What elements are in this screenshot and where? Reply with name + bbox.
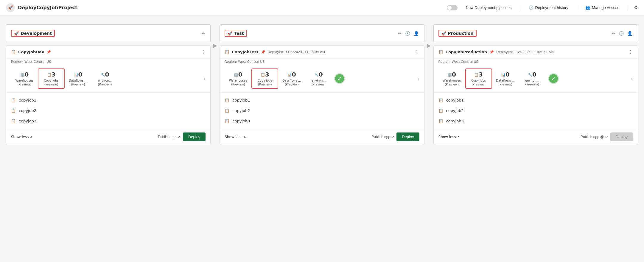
publish-app-button-production[interactable]: Publish app @ ↗ <box>581 135 608 139</box>
metric-label-1-test: Copy jobs (Preview) <box>258 79 272 86</box>
deploy-button-development[interactable]: Deploy <box>183 132 206 141</box>
copy-job-icon-development: 📋 <box>11 50 16 54</box>
list-item-icon-0-development: 📋 <box>11 98 16 102</box>
stage-production: 🚀Production✏🕐👤📋CopyJobProduction📌Deploye… <box>433 24 638 145</box>
env-icon-metric-development: 🔧 <box>101 73 105 77</box>
list-item-2-test[interactable]: 📋copyjob3 <box>220 116 424 126</box>
header-left: 🚀 DeployCopyJobProject <box>6 3 77 12</box>
publish-app-button-test[interactable]: Publish app ↗ <box>371 135 394 139</box>
list-item-1-production[interactable]: 📋copyjob2 <box>434 105 638 116</box>
list-item-2-production[interactable]: 📋copyjob3 <box>434 116 638 126</box>
edit-icon-development[interactable]: ✏ <box>201 30 206 36</box>
metric-3-development[interactable]: 🔧0environ... (Preview) <box>91 69 118 88</box>
arrow-icon: ▶ <box>424 42 433 49</box>
metrics-row-test: 🏢0Warehouses (Preview)📋3Copy jobs (Previ… <box>220 66 424 93</box>
deploy-button-production[interactable]: Deploy <box>610 132 633 141</box>
stage-name-test: Test <box>234 31 244 36</box>
metric-count-1-production: 3 <box>479 71 483 78</box>
deploy-button-test[interactable]: Deploy <box>396 132 419 141</box>
metric-2-development[interactable]: 📊0Dataflows ... (Preview) <box>65 69 91 88</box>
card-region-production: Region: West Central US <box>434 59 638 66</box>
warehouse-icon-metric-test: 🏢 <box>234 73 238 77</box>
card-title-section-production: 📋CopyJobProduction📌Deployed: 11/5/2024, … <box>438 50 554 54</box>
new-deployment-pipelines-button[interactable]: New Deployment pipelines <box>463 4 514 11</box>
metric-0-test[interactable]: 🏢0Warehouses (Preview) <box>225 69 251 88</box>
metric-count-0-development: 0 <box>25 71 29 78</box>
metric-count-1-test: 3 <box>265 71 269 78</box>
list-item-2-development[interactable]: 📋copyjob3 <box>6 116 210 126</box>
metrics-expand-arrow-test[interactable]: › <box>417 76 419 82</box>
stage-name-badge-development: 🚀Development <box>11 30 55 37</box>
new-deployment-label: New Deployment pipelines <box>466 5 512 10</box>
list-item-icon-1-test: 📋 <box>225 108 229 113</box>
card-header-development: 📋CopyJobDev📌⋮ <box>6 46 210 59</box>
header-right: New Deployment pipelines 🕐 Deployment hi… <box>447 4 638 11</box>
stage-arrow-1: ▶ <box>211 24 220 49</box>
items-list-development: 📋copyjob1📋copyjob2📋copyjob3 <box>6 93 210 129</box>
metric-2-production[interactable]: 📊0Dataflows ... (Preview) <box>492 69 519 88</box>
stage-header-left-test: 🚀Test <box>225 30 247 37</box>
card-header-production: 📋CopyJobProduction📌Deployed: 11/5/2024, … <box>434 46 638 59</box>
list-item-text-1-development: copyjob2 <box>19 108 36 113</box>
metric-1-test[interactable]: 📋3Copy jobs (Preview) <box>251 68 278 89</box>
metrics-expand-arrow-production[interactable]: › <box>631 76 633 82</box>
new-deployment-toggle[interactable] <box>447 5 458 10</box>
show-less-button-production[interactable]: Show less ∧ <box>438 135 460 139</box>
copy-job-icon-test: 📋 <box>225 50 229 54</box>
metric-3-test[interactable]: 🔧0environ... (Preview) <box>305 69 332 88</box>
show-less-button-development[interactable]: Show less ∧ <box>11 135 32 139</box>
footer-actions-test: Publish app ↗Deploy <box>371 132 419 141</box>
history-icon-production[interactable]: 🕐 <box>618 30 624 36</box>
metric-count-3-test: 0 <box>319 71 323 78</box>
stage-name-badge-test: 🚀Test <box>225 30 247 37</box>
list-item-text-0-test: copyjob1 <box>232 98 250 102</box>
card-footer-test: Show less ∧Publish app ↗Deploy <box>220 129 424 145</box>
list-item-0-development[interactable]: 📋copyjob1 <box>6 95 210 105</box>
metric-1-production[interactable]: 📋3Copy jobs (Preview) <box>465 68 492 89</box>
metric-label-1-production: Copy jobs (Preview) <box>471 79 486 86</box>
card-deployed-text-test: Deployed: 11/5/2024, 11:06:04 AM <box>268 50 325 54</box>
stage-header-test: 🚀Test✏🕐👤 <box>220 24 424 42</box>
list-item-0-test[interactable]: 📋copyjob1 <box>220 95 424 105</box>
metric-0-production[interactable]: 🏢0Warehouses (Preview) <box>438 69 465 88</box>
list-item-1-development[interactable]: 📋copyjob2 <box>6 105 210 116</box>
settings-icon[interactable]: ⚙ <box>634 5 638 10</box>
main-content: 🚀Development✏📋CopyJobDev📌⋮Region: West C… <box>0 15 644 154</box>
header-separator-3 <box>628 5 628 11</box>
more-options-button-development[interactable]: ⋮ <box>201 49 206 55</box>
stage-test: 🚀Test✏🕐👤📋CopyJobTest📌Deployed: 11/5/2024… <box>220 24 424 145</box>
copy-icon-metric-test: 📋 <box>261 73 265 77</box>
deployment-history-button[interactable]: 🕐 Deployment history <box>526 4 571 11</box>
metric-3-production[interactable]: 🔧0environ... (Preview) <box>519 69 546 88</box>
list-item-text-2-production: copyjob3 <box>446 119 464 123</box>
metric-label-2-test: Dataflows ... (Preview) <box>282 79 301 86</box>
metric-1-development[interactable]: 📋3Copy jobs (Preview) <box>38 68 65 89</box>
show-less-button-test[interactable]: Show less ∧ <box>225 135 246 139</box>
edit-icon-production[interactable]: ✏ <box>611 30 616 36</box>
stage-card-production: 📋CopyJobProduction📌Deployed: 11/5/2024, … <box>433 45 638 145</box>
users-icon-test[interactable]: 👤 <box>413 30 419 36</box>
footer-actions-development: Publish app ↗Deploy <box>158 132 206 141</box>
users-icon-production[interactable]: 👤 <box>627 30 633 36</box>
manage-access-button[interactable]: 👥 Manage Access <box>583 4 622 11</box>
stage-header-left-production: 🚀Production <box>438 30 477 37</box>
card-title-production: CopyJobProduction <box>446 50 487 54</box>
list-item-1-test[interactable]: 📋copyjob2 <box>220 105 424 116</box>
deployment-history-label: Deployment history <box>535 5 568 10</box>
metrics-expand-arrow-development[interactable]: › <box>204 76 206 82</box>
copy-job-icon-production: 📋 <box>438 50 443 54</box>
more-options-button-production[interactable]: ⋮ <box>628 49 633 55</box>
list-item-icon-1-development: 📋 <box>11 108 16 113</box>
publish-app-button-development[interactable]: Publish app ↗ <box>158 135 181 139</box>
list-item-0-production[interactable]: 📋copyjob1 <box>434 95 638 105</box>
rocket-icon: 🚀 <box>8 5 13 10</box>
list-item-text-0-development: copyjob1 <box>19 98 36 102</box>
more-options-button-test[interactable]: ⋮ <box>415 49 419 55</box>
metric-label-3-development: environ... (Preview) <box>98 79 112 86</box>
edit-icon-test[interactable]: ✏ <box>397 30 402 36</box>
history-icon-test[interactable]: 🕐 <box>405 30 411 36</box>
app-logo: 🚀 <box>6 3 15 12</box>
metric-count-2-test: 0 <box>292 71 296 78</box>
metric-2-test[interactable]: 📊0Dataflows ... (Preview) <box>278 69 305 88</box>
metric-0-development[interactable]: 🏢0Warehouses (Preview) <box>11 69 38 88</box>
